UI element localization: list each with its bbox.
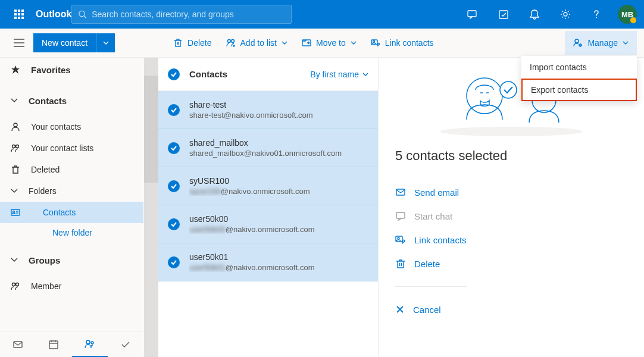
cancel-action[interactable]: Cancel xyxy=(395,298,627,321)
delete-action[interactable]: Delete xyxy=(395,252,627,275)
sidebar-contacts-section[interactable]: Contacts xyxy=(0,89,143,112)
contact-name: share-test xyxy=(189,100,313,109)
contact-email: shared_mailbox@nakivo01.onmicrosoft.com xyxy=(189,149,342,158)
import-contacts-item[interactable]: Import contacts xyxy=(521,56,637,79)
contact-name: syUSR100 xyxy=(189,176,310,186)
row-checkbox[interactable] xyxy=(168,256,180,268)
help-icon[interactable] xyxy=(582,0,611,29)
mail-icon xyxy=(395,187,406,198)
add-to-list-button[interactable]: Add to list xyxy=(220,31,293,55)
svg-rect-26 xyxy=(14,342,22,347)
row-checkbox[interactable] xyxy=(168,142,180,154)
chevron-down-icon xyxy=(103,41,109,45)
trash-icon xyxy=(395,258,406,269)
notifications-icon[interactable] xyxy=(520,0,549,29)
contact-row[interactable]: syUSR100 syusr100@nakivo.onmicrosoft.com xyxy=(158,167,378,205)
svg-point-25 xyxy=(16,283,19,286)
new-folder-link[interactable]: New folder xyxy=(0,223,143,242)
contact-row[interactable]: shared_mailbox shared_mailbox@nakivo01.o… xyxy=(158,129,378,167)
sidebar-your-contacts[interactable]: Your contacts xyxy=(0,116,143,137)
contact-email: share-test@nakivo.onmicrosoft.com xyxy=(189,111,313,120)
scrollbar[interactable] xyxy=(144,58,158,357)
link-contacts-button[interactable]: Link contacts xyxy=(365,31,440,55)
svg-rect-27 xyxy=(49,341,58,349)
sidebar-deleted[interactable]: Deleted xyxy=(0,159,143,180)
sidebar-favorites[interactable]: Favorites xyxy=(0,58,143,82)
detail-pane: 5 contacts selected Send email Start cha… xyxy=(379,58,644,357)
manage-button[interactable]: Manage xyxy=(565,31,637,55)
account-avatar[interactable]: MB xyxy=(618,5,637,24)
new-contact-button[interactable]: New contact xyxy=(33,33,96,52)
link-contacts-action[interactable]: Link contacts xyxy=(395,228,627,252)
add-list-icon xyxy=(226,38,236,48)
people-icon xyxy=(11,143,20,153)
calendar-module-icon[interactable] xyxy=(36,331,71,357)
svg-point-42 xyxy=(398,237,399,239)
select-all-checkbox[interactable] xyxy=(168,68,180,80)
search-input[interactable] xyxy=(92,10,285,19)
svg-rect-2 xyxy=(468,11,476,17)
settings-icon[interactable] xyxy=(551,0,580,29)
nav-toggle-icon[interactable] xyxy=(7,31,31,55)
chat-icon xyxy=(395,211,406,221)
people-icon xyxy=(11,281,20,291)
row-checkbox[interactable] xyxy=(168,218,180,230)
teams-chat-icon[interactable] xyxy=(458,0,487,29)
svg-rect-39 xyxy=(396,189,405,195)
contact-row[interactable]: user50k01 user50k01@nakivo.onmicrosoft.c… xyxy=(158,243,378,281)
close-icon xyxy=(395,305,405,314)
svg-point-9 xyxy=(227,40,230,43)
manage-icon xyxy=(573,38,583,48)
sidebar-member[interactable]: Member xyxy=(0,275,143,297)
svg-point-32 xyxy=(91,342,93,344)
svg-point-33 xyxy=(440,127,583,136)
contact-email: user50k01@nakivo.onmicrosoft.com xyxy=(189,263,314,272)
svg-point-10 xyxy=(231,40,234,43)
chevron-down-icon xyxy=(11,258,18,262)
list-title: Contacts xyxy=(189,69,227,79)
link-contacts-icon xyxy=(395,234,406,245)
row-checkbox[interactable] xyxy=(168,104,180,116)
sidebar-groups-section[interactable]: Groups xyxy=(0,248,143,272)
people-module-icon[interactable] xyxy=(72,331,108,357)
svg-point-35 xyxy=(500,82,517,98)
new-contact-dropdown[interactable] xyxy=(96,33,115,52)
svg-point-5 xyxy=(596,17,597,18)
sidebar-folders[interactable]: Folders xyxy=(0,180,143,202)
svg-point-16 xyxy=(580,45,582,46)
contact-email: syusr100@nakivo.onmicrosoft.com xyxy=(189,187,310,196)
contact-row[interactable]: share-test share-test@nakivo.onmicrosoft… xyxy=(158,91,378,129)
chevron-down-icon xyxy=(351,41,357,45)
row-checkbox[interactable] xyxy=(168,180,180,192)
move-to-button[interactable]: Move to xyxy=(296,31,362,55)
chevron-down-icon xyxy=(362,73,368,76)
delete-button[interactable]: Delete xyxy=(167,31,217,55)
command-bar: New contact Delete Add to list Move to L… xyxy=(0,29,644,58)
search-icon xyxy=(78,10,87,19)
trash-icon xyxy=(173,38,183,48)
sidebar-folders-contacts[interactable]: Contacts xyxy=(0,202,143,223)
my-day-icon[interactable] xyxy=(489,0,518,29)
mail-module-icon[interactable] xyxy=(0,331,36,357)
svg-point-43 xyxy=(402,240,405,242)
contact-name: user50k01 xyxy=(189,252,314,262)
send-email-action[interactable]: Send email xyxy=(395,180,627,204)
chevron-down-icon xyxy=(11,98,18,103)
svg-point-4 xyxy=(564,12,567,16)
svg-point-24 xyxy=(12,283,15,286)
sidebar-your-contact-lists[interactable]: Your contact lists xyxy=(0,137,143,159)
svg-point-17 xyxy=(14,123,17,127)
brand-name: Outlook xyxy=(36,9,71,20)
app-launcher-icon[interactable] xyxy=(5,0,33,29)
svg-point-19 xyxy=(16,145,19,148)
todo-module-icon[interactable] xyxy=(108,331,143,357)
contact-row[interactable]: user50k00 user50k00@nakivo.onmicrosoft.c… xyxy=(158,205,378,243)
sort-dropdown[interactable]: By first name xyxy=(310,70,368,79)
chevron-down-icon xyxy=(282,41,287,45)
svg-line-1 xyxy=(84,16,86,18)
search-box[interactable] xyxy=(71,5,292,24)
module-switcher xyxy=(0,331,143,357)
export-contacts-item[interactable]: Export contacts xyxy=(521,79,637,101)
svg-point-0 xyxy=(79,11,85,16)
svg-point-14 xyxy=(377,43,379,45)
